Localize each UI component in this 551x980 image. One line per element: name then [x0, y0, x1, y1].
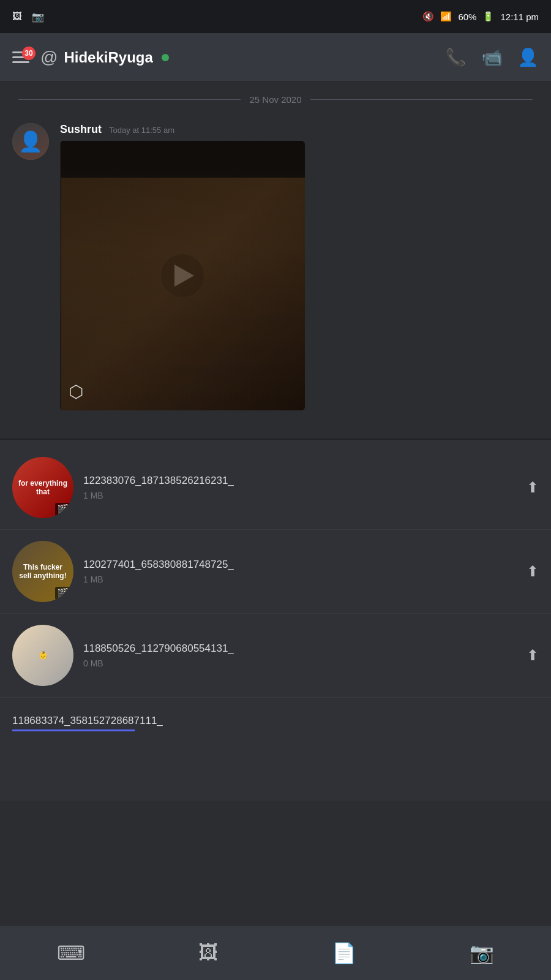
file-item[interactable]: 👶 118850526_112790680554131_ 0 MB ⬆	[0, 614, 551, 698]
gallery-button[interactable]: 🖼	[198, 941, 218, 964]
upload-icon-2[interactable]: ⬆	[527, 563, 539, 580]
file-thumb-image-2: This fucker sell anything! 🎬	[12, 541, 73, 602]
profile-icon[interactable]: 👤	[517, 47, 539, 67]
file-item[interactable]: for everything that 🎬 122383076_18713852…	[0, 446, 551, 530]
online-indicator	[162, 54, 169, 61]
file-size-1: 1 MB	[83, 491, 517, 500]
file-thumb-image-3: 👶	[12, 625, 73, 686]
message-block: Sushrut Today at 11:55 am ⬡	[12, 123, 539, 417]
underline-indicator	[12, 729, 135, 731]
header-actions: 📞 📹 👤	[445, 47, 539, 67]
message-area: Sushrut Today at 11:55 am ⬡	[0, 117, 551, 439]
file-size-3: 0 MB	[83, 658, 517, 668]
message-meta: Sushrut Today at 11:55 am	[60, 123, 539, 136]
gallery-icon: 🖼	[198, 941, 218, 964]
file-thumbnail-2: This fucker sell anything! 🎬	[12, 541, 73, 602]
file-icon: 📄	[332, 941, 356, 965]
upload-icon-1[interactable]: ⬆	[527, 479, 539, 496]
file-info-2: 120277401_658380881748725_ 1 MB	[83, 559, 517, 584]
keyboard-icon: ⌨	[57, 941, 85, 965]
instagram-icon: 📷	[32, 11, 44, 23]
notification-badge: 30	[22, 47, 36, 60]
time-text: 12:11 pm	[500, 12, 539, 22]
file-list: for everything that 🎬 122383076_18713852…	[0, 439, 551, 704]
video-thumbnail[interactable]: ⬡	[60, 141, 305, 410]
file-thumb-text-1: for everything that	[17, 479, 69, 496]
file-thumb-image-1: for everything that 🎬	[12, 457, 73, 518]
file-thumb-text-3: 👶	[39, 651, 48, 660]
message-content: Sushrut Today at 11:55 am ⬡	[60, 123, 539, 417]
file-thumb-text-2: This fucker sell anything!	[17, 563, 69, 580]
at-icon: @	[40, 48, 58, 67]
file-thumbnail-1: for everything that 🎬	[12, 457, 73, 518]
file-thumbnail-3: 👶	[12, 625, 73, 686]
camera-button[interactable]: 📷	[470, 941, 494, 965]
file-size-2: 1 MB	[83, 575, 517, 584]
file-name-3: 118850526_112790680554131_	[83, 643, 517, 655]
channel-name: HidekiRyuga	[64, 49, 152, 66]
file-button[interactable]: 📄	[332, 941, 356, 965]
bottom-toolbar: ⌨ 🖼 📄 📷	[0, 925, 551, 980]
video-frame	[60, 141, 305, 410]
status-icons-right: 🔇 📶 60% 🔋 12:11 pm	[422, 11, 539, 22]
file-info-1: 122383076_187138526216231_ 1 MB	[83, 475, 517, 500]
avatar	[12, 123, 49, 160]
file-info-3: 118850526_112790680554131_ 0 MB	[83, 643, 517, 668]
status-bar: 🖼 📷 🔇 📶 60% 🔋 12:11 pm	[0, 0, 551, 33]
video-background	[60, 141, 305, 410]
message-timestamp: Today at 11:55 am	[109, 126, 174, 135]
date-text: 25 Nov 2020	[249, 94, 301, 105]
file-name-2: 120277401_658380881748725_	[83, 559, 517, 571]
wifi-icon: 📶	[440, 11, 452, 22]
battery-icon: 🔋	[482, 11, 494, 22]
channel-info: @ HidekiRyuga	[40, 48, 434, 67]
video-call-icon[interactable]: 📹	[481, 47, 503, 67]
date-separator: 25 Nov 2020	[0, 82, 551, 117]
keyboard-button[interactable]: ⌨	[57, 941, 85, 965]
file-info-4: 118683374_358152728687111_	[12, 715, 539, 735]
file-name-1: 122383076_187138526216231_	[83, 475, 517, 487]
menu-button[interactable]: 30	[12, 51, 29, 63]
extra-file-area: 118683374_358152728687111_	[0, 704, 551, 801]
voice-call-icon[interactable]: 📞	[445, 47, 467, 67]
file-item-partial[interactable]: 118683374_358152728687111_	[0, 704, 551, 740]
external-link-icon[interactable]: ⬡	[69, 382, 83, 402]
video-type-icon-1: 🎬	[55, 503, 71, 516]
file-name-4: 118683374_358152728687111_	[12, 715, 539, 731]
message-author: Sushrut	[60, 123, 102, 136]
photo-icon: 🖼	[12, 11, 22, 23]
file-item[interactable]: This fucker sell anything! 🎬 120277401_6…	[0, 530, 551, 614]
chat-header: 30 @ HidekiRyuga 📞 📹 👤	[0, 33, 551, 82]
battery-text: 60%	[458, 12, 476, 22]
mute-icon: 🔇	[422, 11, 434, 22]
video-type-icon-2: 🎬	[55, 587, 71, 600]
avatar-image	[12, 123, 49, 160]
camera-icon: 📷	[470, 941, 494, 965]
upload-icon-3[interactable]: ⬆	[527, 647, 539, 664]
status-icons-left: 🖼 📷	[12, 11, 44, 23]
